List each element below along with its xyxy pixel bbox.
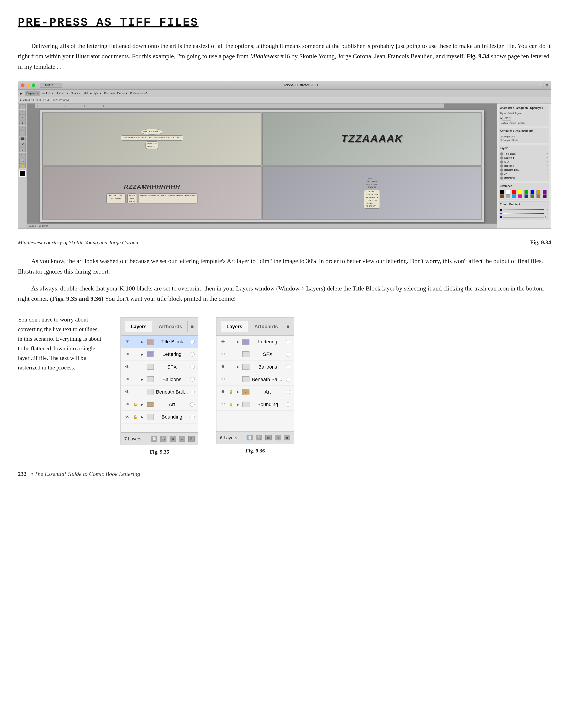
layer-target-bounding-2[interactable] xyxy=(286,402,290,407)
layer-target-lettering[interactable] xyxy=(190,352,195,357)
swatch-burnt[interactable] xyxy=(536,194,540,198)
layer-row-sfx-1[interactable]: 👁 SFX xyxy=(121,361,198,373)
layer-row-bounding-1[interactable]: 👁 🔒 ▶ Bounding xyxy=(121,411,198,423)
tool-hand[interactable]: ✋ xyxy=(19,163,26,168)
color-slider-c[interactable] xyxy=(503,213,544,214)
maximize-button[interactable] xyxy=(32,83,35,87)
layer-target-title[interactable] xyxy=(190,340,195,344)
layer-target-sfx-2[interactable] xyxy=(286,352,290,357)
search-icon-2[interactable]: 🔍 xyxy=(256,435,262,440)
swatch-olive[interactable] xyxy=(530,194,534,198)
panel-icon-3-2[interactable]: ⊞ xyxy=(265,435,272,440)
mini-layer-title-block[interactable]: Title Block ○ xyxy=(500,152,548,156)
tool-brush[interactable]: 🖌 xyxy=(19,142,26,147)
swatch-brown[interactable] xyxy=(500,194,504,198)
panel-2-menu-icon[interactable]: ≡ xyxy=(287,323,289,330)
toolbar-prefs[interactable]: Preferences ⚙ xyxy=(130,91,148,95)
mini-layer-beneath[interactable]: Beneath Ball... ○ xyxy=(500,168,548,172)
layer-target-art-1[interactable] xyxy=(190,402,195,407)
eye-icon-art-2[interactable]: 👁 xyxy=(220,390,226,394)
layer-target-lettering-2[interactable] xyxy=(286,340,290,344)
expand-icon-art-1[interactable]: ▶ xyxy=(140,402,144,407)
eye-icon-bounding-1[interactable]: 👁 xyxy=(124,415,131,419)
swatch-purple[interactable] xyxy=(543,190,547,194)
layer-row-lettering-2[interactable]: 👁 ▶ L Lettering xyxy=(216,336,294,348)
panel-icon-3[interactable]: ⊞ xyxy=(170,436,176,442)
tool-rect[interactable]: □ xyxy=(19,131,26,136)
eye-icon-lettering-2[interactable]: 👁 xyxy=(220,339,226,344)
expand-icon-balloons[interactable]: ▶ xyxy=(140,377,144,382)
tool-paint[interactable]: ⬛ xyxy=(19,137,26,141)
toolbar-stroke-weight[interactable]: — 1 pt ▼ xyxy=(42,91,54,95)
tool-type[interactable]: T xyxy=(19,120,26,125)
mini-layer-art[interactable]: Art ○ xyxy=(500,172,548,176)
layer-row-balloons-2[interactable]: 👁 ▶ Balloons xyxy=(216,361,294,373)
expand-icon-balloons-2[interactable]: ▶ xyxy=(236,365,240,369)
toolbar-arrow[interactable]: ▶ xyxy=(20,91,23,96)
swatch-gray[interactable] xyxy=(506,194,510,198)
layer-row-art-2[interactable]: 👁 🔒 ▶ A Art xyxy=(216,386,294,398)
toolbar-uniform[interactable]: Uniform ▼ xyxy=(56,91,69,95)
close-button[interactable] xyxy=(21,83,25,87)
eye-icon-sfx[interactable]: 👁 xyxy=(124,364,131,369)
layer-target-balloons[interactable] xyxy=(190,377,195,382)
swatch-blue[interactable] xyxy=(530,190,534,194)
layer-target-beneath-2[interactable] xyxy=(286,377,290,382)
swatch-pink[interactable] xyxy=(518,194,522,198)
swatch-cyan[interactable] xyxy=(512,194,516,198)
expand-icon-art-2[interactable]: ▶ xyxy=(236,390,240,394)
expand-icon-lettering-2[interactable]: ▶ xyxy=(236,340,240,344)
tool-fill-stroke[interactable] xyxy=(19,170,26,177)
tool-eraser[interactable]: ◻ xyxy=(19,147,26,152)
layer-row-beneath-2[interactable]: 👁 Beneath Ball... xyxy=(216,373,294,386)
tool-zoom[interactable]: 🔍 xyxy=(19,158,26,163)
layer-row-bounding-2[interactable]: 👁 🔒 ▶ Bounding xyxy=(216,398,294,411)
minimize-button[interactable] xyxy=(26,83,30,87)
eye-icon-beneath-2[interactable]: 👁 xyxy=(220,377,226,382)
toolbar-display[interactable]: Display ▼ xyxy=(25,91,40,96)
eye-icon-sfx-2[interactable]: 👁 xyxy=(220,352,226,357)
layer-target-beneath[interactable] xyxy=(190,390,195,394)
tab-artboards-2[interactable]: Artboards xyxy=(249,321,283,332)
layer-row-beneath-1[interactable]: 👁 Beneath Ball... xyxy=(121,386,198,398)
trash-icon-1[interactable]: 🗑 xyxy=(188,436,195,442)
toolbar-opacity[interactable]: Opacity: 100% xyxy=(71,91,88,95)
mini-layer-sfx[interactable]: SFX ○ xyxy=(500,160,548,164)
panel-icon-4[interactable]: ⊡ xyxy=(179,436,185,442)
eye-icon-title[interactable]: 👁 xyxy=(124,339,131,344)
tool-select[interactable]: ↖ xyxy=(19,104,26,109)
tool-pen[interactable]: ✒ xyxy=(19,115,26,120)
trash-icon-2[interactable]: 🗑 xyxy=(284,435,290,440)
toolbar-style[interactable]: ▸ Style ▼ xyxy=(90,91,102,95)
mini-layer-balloons[interactable]: Balloons ○ xyxy=(500,164,548,168)
tool-line[interactable]: ╱ xyxy=(19,126,26,131)
swatch-green[interactable] xyxy=(524,190,528,194)
layer-target-balloons-2[interactable] xyxy=(286,365,290,369)
layer-target-sfx[interactable] xyxy=(190,365,195,369)
layer-row-balloons-1[interactable]: 👁 ▶ Balloons xyxy=(121,373,198,386)
expand-icon-bounding-2[interactable]: ▶ xyxy=(236,402,240,407)
tool-scissors[interactable]: ✂ xyxy=(19,153,26,158)
layer-target-art-2[interactable] xyxy=(286,390,290,394)
layer-row-art-1[interactable]: 👁 🔒 ▶ A Art xyxy=(121,398,198,411)
new-layer-icon-1[interactable]: 📄 xyxy=(151,436,157,442)
swatch-orange[interactable] xyxy=(536,190,540,194)
tab-layers-2[interactable]: Layers xyxy=(221,321,248,332)
mini-layer-bounding[interactable]: Bounding ○ xyxy=(500,176,548,180)
eye-icon-bounding-2[interactable]: 👁 xyxy=(220,402,226,407)
mini-layer-lettering[interactable]: Lettering ○ xyxy=(500,156,548,160)
tab-artboards-1[interactable]: Artboards xyxy=(153,321,188,332)
eye-icon-lettering[interactable]: 👁 xyxy=(124,352,131,357)
layer-target-bounding-1[interactable] xyxy=(190,415,195,419)
swatch-yellow[interactable] xyxy=(518,190,522,194)
tool-direct-select[interactable]: ↗ xyxy=(19,110,26,115)
eye-icon-art-1[interactable]: 👁 xyxy=(124,402,131,407)
swatch-navy[interactable] xyxy=(524,194,528,198)
layer-row-sfx-2[interactable]: 👁 SFX xyxy=(216,348,294,361)
tab-layers-1[interactable]: Layers xyxy=(125,321,152,332)
layer-row-lettering-1[interactable]: 👁 ▶ L Lettering xyxy=(121,348,198,361)
panel-icon-4-2[interactable]: ⊡ xyxy=(275,435,281,440)
new-layer-icon-2[interactable]: 📄 xyxy=(247,435,253,440)
toolbar-doc-group[interactable]: Document Group ▼ xyxy=(104,91,128,95)
layer-row-title-block[interactable]: 👁 ▶ T Title Block xyxy=(121,336,198,348)
